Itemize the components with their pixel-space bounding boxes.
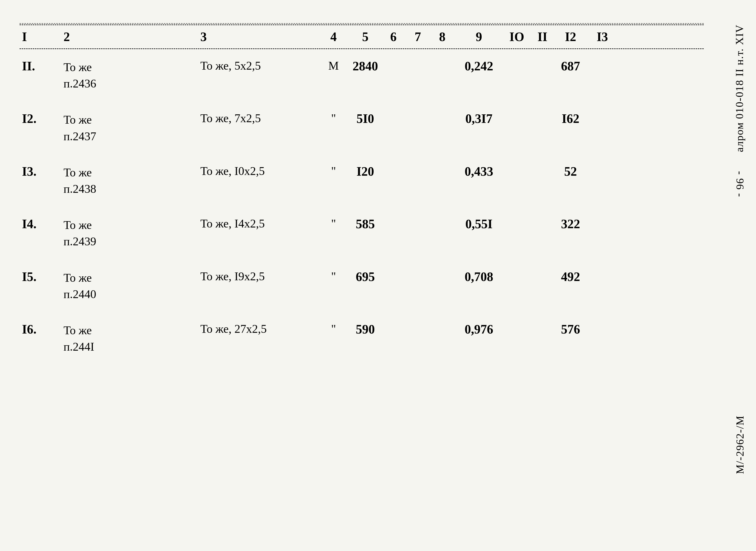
row-col9: 0,976 bbox=[455, 322, 503, 337]
col-header-8: 8 bbox=[430, 30, 455, 44]
col-header-5: 5 bbox=[349, 30, 381, 44]
row-col4: " bbox=[318, 269, 349, 283]
col-header-13: I3 bbox=[587, 30, 618, 44]
row-col12: 52 bbox=[555, 164, 587, 179]
col-header-9: 9 bbox=[455, 30, 503, 44]
col-header-7: 7 bbox=[406, 30, 430, 44]
row-col9: 0,55I bbox=[455, 217, 503, 231]
data-section: II. То же п.2436 То же, 5x2,5 М 2840 0,2… bbox=[20, 49, 704, 365]
row-col12: 322 bbox=[555, 217, 587, 231]
row-col5: 695 bbox=[349, 269, 381, 284]
row-col5: I20 bbox=[349, 164, 381, 179]
row-reference: То же п.244I bbox=[64, 322, 200, 355]
row-description: То же, I0x2,5 bbox=[200, 164, 318, 178]
row-description: То же, I4x2,5 bbox=[200, 217, 318, 230]
header-row: I 2 3 4 5 6 7 8 9 IO II I2 I3 bbox=[20, 24, 704, 49]
col-header-12: I2 bbox=[555, 30, 587, 44]
row-col12: I62 bbox=[555, 111, 587, 126]
row-number: I5. bbox=[20, 269, 64, 284]
table-row: I5. То же п.2440 То же, I9x2,5 " 695 0,7… bbox=[20, 260, 704, 312]
row-reference: То же п.2437 bbox=[64, 111, 200, 144]
row-reference: То же п.2440 bbox=[64, 269, 200, 302]
table-row: I6. То же п.244I То же, 27x2,5 " 590 0,9… bbox=[20, 312, 704, 365]
row-col9: 0,3I7 bbox=[455, 111, 503, 126]
col-header-1: I bbox=[20, 30, 64, 44]
row-number: I6. bbox=[20, 322, 64, 337]
row-col5: 585 bbox=[349, 217, 381, 231]
row-col4: " bbox=[318, 217, 349, 230]
row-number: I3. bbox=[20, 164, 64, 179]
col-header-11: II bbox=[530, 30, 555, 44]
row-description: То же, 7x2,5 bbox=[200, 111, 318, 125]
col-header-10: IO bbox=[503, 30, 530, 44]
row-col12: 687 bbox=[555, 59, 587, 73]
row-description: То же, I9x2,5 bbox=[200, 269, 318, 283]
row-number: II. bbox=[20, 59, 64, 73]
col-header-6: 6 bbox=[381, 30, 406, 44]
row-col9: 0,242 bbox=[455, 59, 503, 73]
vertical-text-bottom: М/-2962-/М bbox=[734, 415, 746, 474]
row-col5: 2840 bbox=[349, 59, 381, 73]
row-description: То же, 27x2,5 bbox=[200, 322, 318, 336]
table-row: II. То же п.2436 То же, 5x2,5 М 2840 0,2… bbox=[20, 49, 704, 102]
col-header-3: 3 bbox=[200, 30, 318, 44]
page: алром 010-018 II н.т. XIV - 96 - М/-2962… bbox=[0, 0, 756, 551]
row-number: I2. bbox=[20, 111, 64, 126]
row-col4: М bbox=[318, 59, 349, 72]
row-reference: То же п.2436 bbox=[64, 59, 200, 92]
col-header-4: 4 bbox=[318, 30, 349, 44]
row-col9: 0,433 bbox=[455, 164, 503, 179]
row-col5: 590 bbox=[349, 322, 381, 337]
row-col12: 492 bbox=[555, 269, 587, 284]
row-col9: 0,708 bbox=[455, 269, 503, 284]
table-row: I2. То же п.2437 То же, 7x2,5 " 5I0 0,3I… bbox=[20, 102, 704, 154]
row-col4: " bbox=[318, 111, 349, 125]
col-header-2: 2 bbox=[64, 30, 200, 44]
row-reference: То же п.2438 bbox=[64, 164, 200, 197]
row-col12: 576 bbox=[555, 322, 587, 337]
row-col4: " bbox=[318, 164, 349, 178]
row-col5: 5I0 bbox=[349, 111, 381, 126]
table-row: I3. То же п.2438 То же, I0x2,5 " I20 0,4… bbox=[20, 154, 704, 207]
vertical-text-mid: - 96 - bbox=[734, 171, 746, 197]
row-description: То же, 5x2,5 bbox=[200, 59, 318, 72]
row-reference: То же п.2439 bbox=[64, 217, 200, 249]
main-content: I 2 3 4 5 6 7 8 9 IO II I2 I3 II. То же … bbox=[20, 24, 704, 365]
table-row: I4. То же п.2439 То же, I4x2,5 " 585 0,5… bbox=[20, 207, 704, 259]
row-number: I4. bbox=[20, 217, 64, 231]
row-col4: " bbox=[318, 322, 349, 336]
vertical-text-top: алром 010-018 II н.т. XIV bbox=[733, 24, 746, 152]
